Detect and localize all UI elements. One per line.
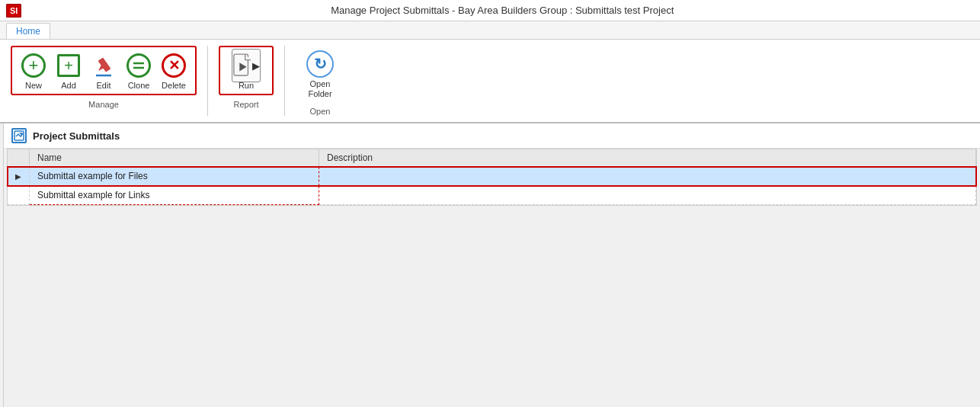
square-plus-icon: + bbox=[57, 54, 80, 77]
tab-home[interactable]: Home bbox=[6, 23, 50, 39]
ribbon-tabs: Home bbox=[0, 21, 980, 40]
section-title: Project Submittals bbox=[33, 130, 120, 142]
clone-button[interactable]: Clone bbox=[122, 49, 155, 92]
add-button[interactable]: + Add bbox=[52, 49, 85, 92]
table-container: Name Description ▶ Submittal example for… bbox=[7, 149, 977, 206]
section-header: Project Submittals bbox=[4, 123, 980, 149]
report-group-outline: Run bbox=[219, 46, 274, 95]
row-arrow-1: ▶ bbox=[8, 167, 30, 186]
manage-group-outline: + New + Add Edit bbox=[11, 46, 197, 95]
ribbon-toolbar: + New + Add Edit bbox=[0, 40, 980, 123]
ribbon-group-manage: + New + Add Edit bbox=[6, 43, 201, 119]
delete-label: Delete bbox=[162, 81, 186, 91]
row-arrow-2 bbox=[8, 186, 30, 205]
circle-x-icon: ✕ bbox=[162, 53, 186, 78]
col-arrow-header bbox=[8, 149, 30, 167]
run-button[interactable]: Run bbox=[225, 49, 267, 92]
col-name-header: Name bbox=[30, 149, 319, 167]
table-header-row: Name Description bbox=[8, 149, 976, 167]
section-icon bbox=[11, 128, 27, 143]
delete-icon: ✕ bbox=[160, 52, 187, 79]
add-icon: + bbox=[55, 52, 82, 79]
title-bar: SI Manage Project Submittals - Bay Area … bbox=[0, 0, 980, 21]
row-name-2: Submittal example for Links bbox=[30, 186, 319, 205]
run-icon bbox=[232, 52, 260, 79]
new-icon: + bbox=[20, 52, 47, 79]
edit-button[interactable]: Edit bbox=[87, 49, 120, 92]
circle-plus-icon: + bbox=[21, 53, 46, 78]
open-folder-label: Open Folder bbox=[308, 79, 331, 99]
table-row[interactable]: Submittal example for Links bbox=[8, 186, 976, 205]
clone-icon bbox=[125, 52, 152, 79]
open-group-label: Open bbox=[310, 107, 331, 117]
ribbon-group-report: Run Report bbox=[214, 43, 278, 119]
col-desc-header: Description bbox=[319, 149, 976, 167]
report-group-label: Report bbox=[233, 100, 258, 111]
delete-button[interactable]: ✕ Delete bbox=[157, 49, 191, 92]
table-row[interactable]: ▶ Submittal example for Files bbox=[8, 167, 976, 186]
window-title: Manage Project Submittals - Bay Area Bui… bbox=[30, 5, 974, 16]
run-file-icon bbox=[232, 49, 261, 82]
open-folder-button[interactable]: ↻ Open Folder bbox=[299, 47, 341, 101]
clone-label: Clone bbox=[128, 81, 150, 91]
app-logo: SI bbox=[6, 4, 21, 18]
manage-group-label: Manage bbox=[88, 100, 119, 111]
new-label: New bbox=[25, 81, 42, 91]
row-desc-1 bbox=[319, 167, 976, 186]
row-desc-2 bbox=[319, 186, 976, 205]
main-layout: Project Submittals Name Description ▶ bbox=[0, 123, 980, 407]
data-table: Name Description ▶ Submittal example for… bbox=[8, 149, 976, 205]
new-button[interactable]: + New bbox=[17, 49, 50, 92]
edit-icon bbox=[90, 52, 117, 79]
row-name-text-2: Submittal example for Links bbox=[37, 190, 149, 200]
open-folder-icon: ↻ bbox=[306, 50, 334, 78]
separator-2 bbox=[284, 46, 285, 116]
separator-1 bbox=[207, 46, 208, 116]
main-content: Project Submittals Name Description ▶ bbox=[4, 123, 980, 407]
row-name-1: Submittal example for Files bbox=[30, 167, 319, 186]
add-label: Add bbox=[61, 81, 76, 91]
edit-label: Edit bbox=[97, 81, 111, 91]
ribbon-group-open: ↻ Open Folder Open bbox=[291, 43, 349, 119]
row-name-text-1: Submittal example for Files bbox=[37, 171, 148, 181]
circle-eq-icon bbox=[127, 53, 151, 78]
